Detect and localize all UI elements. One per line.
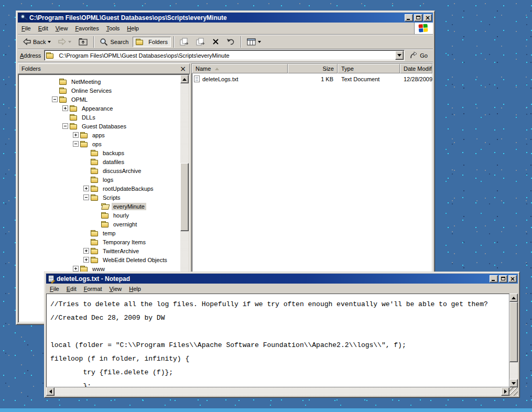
move-to-button[interactable]: [177, 36, 192, 48]
collapse-icon[interactable]: [52, 96, 58, 102]
vertical-scrollbar[interactable]: [509, 294, 518, 387]
folders-button[interactable]: Folders: [133, 37, 171, 47]
scroll-down-button[interactable]: [509, 379, 518, 387]
tree-item-webedit-deleted-objects[interactable]: WebEdit Deleted Objects: [19, 255, 180, 264]
scroll-up-button[interactable]: [180, 75, 189, 83]
toolbar-separator: [173, 36, 174, 48]
tree-item-ops[interactable]: ops: [19, 139, 180, 148]
tree-item-overnight[interactable]: overnight: [19, 220, 180, 229]
menu-view[interactable]: View: [52, 24, 72, 33]
tree-item-appearance[interactable]: Appearance: [19, 104, 180, 113]
scroll-left-button[interactable]: [46, 387, 55, 396]
explorer-titlebar[interactable]: C:\Program Files\OPML\Guest Databases\op…: [18, 13, 433, 23]
expand-icon[interactable]: [83, 257, 89, 263]
menu-tools[interactable]: Tools: [103, 24, 124, 33]
menu-edit[interactable]: Edit: [35, 24, 52, 33]
close-button[interactable]: ×: [508, 275, 517, 283]
sort-ascending-icon: [215, 68, 219, 70]
resize-grip[interactable]: [509, 387, 518, 396]
maximize-button[interactable]: [414, 14, 422, 21]
back-button[interactable]: Back: [20, 36, 54, 47]
menu-file[interactable]: File: [46, 284, 63, 294]
address-combobox[interactable]: C:\Program Files\OPML\Guest Databases\op…: [44, 50, 405, 61]
go-button[interactable]: Go: [408, 51, 431, 60]
menu-favorites[interactable]: Favorites: [71, 24, 102, 33]
tree-item-twitterarchive[interactable]: TwitterArchive: [19, 246, 180, 255]
menu-view[interactable]: View: [106, 284, 126, 294]
scroll-thumb[interactable]: [509, 302, 518, 362]
tree-item-discussarchive[interactable]: discussArchive: [19, 166, 180, 175]
tree-item-everyminute[interactable]: everyMinute: [19, 202, 180, 211]
column-header-name[interactable]: Name: [192, 64, 288, 73]
minimize-button[interactable]: [490, 275, 498, 283]
column-header-size[interactable]: Size: [288, 64, 338, 73]
menu-file[interactable]: File: [18, 24, 35, 33]
file-name-cell[interactable]: deleteLogs.txt: [192, 75, 288, 82]
forward-dropdown-icon[interactable]: [68, 41, 71, 43]
delete-button[interactable]: [209, 36, 222, 47]
tree-item-hourly[interactable]: hourly: [19, 211, 180, 220]
close-button[interactable]: ×: [424, 14, 432, 21]
expand-icon[interactable]: [73, 266, 79, 272]
move-to-icon: [180, 38, 189, 46]
tree-item-online-services[interactable]: Online Services: [19, 86, 180, 95]
collapse-icon[interactable]: [73, 141, 79, 147]
back-dropdown-icon[interactable]: [48, 41, 51, 43]
tree-item-netmeeting[interactable]: NetMeeting: [19, 77, 180, 86]
horizontal-scrollbar[interactable]: [46, 387, 509, 396]
views-button[interactable]: [244, 36, 264, 48]
tree-item-rootupdatebackups[interactable]: rootUpdateBackups: [19, 184, 180, 193]
address-dropdown-button[interactable]: [395, 51, 404, 60]
tree-item-datafiles[interactable]: datafiles: [19, 157, 180, 166]
tree-item-guest-databases[interactable]: Guest Databases: [19, 122, 180, 131]
forward-button[interactable]: [55, 36, 74, 47]
menu-help[interactable]: Help: [125, 284, 145, 294]
expand-icon[interactable]: [83, 248, 89, 254]
views-dropdown-icon[interactable]: [258, 41, 261, 43]
menu-help[interactable]: Help: [123, 24, 143, 33]
explorer-toolbar: Back Search Folders: [18, 35, 433, 49]
up-button[interactable]: [75, 36, 91, 48]
column-header-type[interactable]: Type: [338, 64, 400, 73]
tree-item-logs[interactable]: logs: [19, 175, 180, 184]
notepad-app-icon: [48, 275, 55, 283]
scroll-track[interactable]: [509, 302, 518, 379]
scroll-thumb[interactable]: [180, 163, 189, 231]
notepad-titlebar[interactable]: deleteLogs.txt - Notepad ×: [46, 274, 518, 284]
tree-item-temp[interactable]: temp: [19, 229, 180, 237]
file-type-cell: Text Document: [338, 76, 400, 82]
tree-item-temporary-items[interactable]: Temporary Items: [19, 237, 180, 246]
back-arrow-icon: [23, 38, 31, 45]
folders-icon: [136, 39, 144, 45]
menu-edit[interactable]: Edit: [63, 284, 80, 294]
undo-button[interactable]: [223, 36, 238, 47]
search-label: Search: [110, 39, 128, 45]
notepad-text-area[interactable]: //Tries to delete all the log files. Hop…: [46, 294, 509, 387]
maximize-button[interactable]: [499, 275, 507, 283]
close-folders-panel-icon[interactable]: ×: [180, 66, 186, 72]
address-value[interactable]: C:\Program Files\OPML\Guest Databases\op…: [59, 52, 393, 59]
tree-item-scripts[interactable]: Scripts: [19, 193, 180, 202]
back-label: Back: [33, 39, 46, 45]
scroll-right-button[interactable]: [501, 387, 509, 396]
tree-item-backups[interactable]: backups: [19, 148, 180, 157]
tree-item-dlls[interactable]: DLLs: [19, 113, 180, 122]
column-header-date-modified[interactable]: Date Modified: [400, 64, 432, 73]
scroll-up-button[interactable]: [509, 294, 518, 302]
scroll-track[interactable]: [55, 387, 501, 396]
expand-icon[interactable]: [83, 186, 89, 191]
tree-item-apps[interactable]: apps: [19, 131, 180, 139]
copy-to-button[interactable]: [193, 36, 208, 48]
menu-format[interactable]: Format: [80, 284, 106, 294]
expand-icon[interactable]: [62, 105, 68, 111]
text-line: local (folder = "C:\\Program Files\\Apac…: [50, 339, 509, 352]
desktop[interactable]: C:\Program Files\OPML\Guest Databases\op…: [0, 0, 532, 412]
minimize-button[interactable]: [405, 14, 413, 21]
collapse-icon[interactable]: [83, 194, 89, 200]
text-line: [50, 325, 509, 339]
search-button[interactable]: Search: [96, 36, 132, 48]
file-row-deletelogs[interactable]: deleteLogs.txt 1 KB Text Document 12/28/…: [192, 74, 432, 83]
collapse-icon[interactable]: [62, 123, 68, 129]
expand-icon[interactable]: [73, 132, 79, 138]
tree-item-opml[interactable]: OPML: [19, 95, 180, 104]
